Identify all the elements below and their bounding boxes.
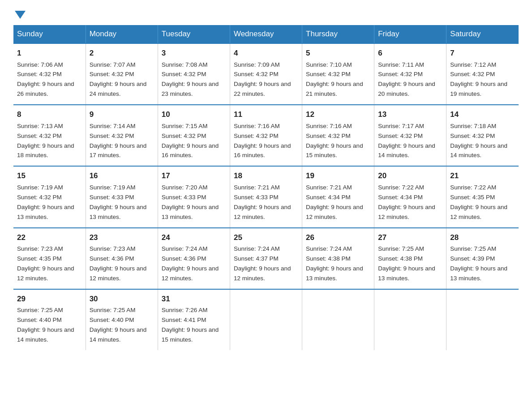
day-info: Sunrise: 7:24 AMSunset: 4:37 PMDaylight:… (234, 245, 291, 282)
day-number: 13 (378, 109, 442, 120)
calendar-cell (446, 289, 519, 350)
calendar-cell: 17 Sunrise: 7:20 AMSunset: 4:33 PMDaylig… (158, 166, 230, 227)
calendar-week-row: 29 Sunrise: 7:25 AMSunset: 4:40 PMDaylig… (13, 289, 519, 350)
calendar-cell: 8 Sunrise: 7:13 AMSunset: 4:32 PMDayligh… (13, 105, 86, 166)
logo (13, 9, 26, 17)
calendar-cell: 27 Sunrise: 7:25 AMSunset: 4:38 PMDaylig… (374, 228, 446, 289)
calendar-cell: 16 Sunrise: 7:19 AMSunset: 4:33 PMDaylig… (86, 166, 158, 227)
calendar-week-row: 15 Sunrise: 7:19 AMSunset: 4:32 PMDaylig… (13, 166, 519, 227)
day-info: Sunrise: 7:09 AMSunset: 4:32 PMDaylight:… (234, 61, 291, 98)
day-header-thursday: Thursday (302, 25, 374, 43)
calendar-cell (302, 289, 374, 350)
day-number: 15 (17, 170, 82, 182)
day-info: Sunrise: 7:23 AMSunset: 4:35 PMDaylight:… (17, 245, 74, 282)
calendar-cell: 29 Sunrise: 7:25 AMSunset: 4:40 PMDaylig… (13, 289, 86, 350)
day-info: Sunrise: 7:13 AMSunset: 4:32 PMDaylight:… (17, 123, 74, 159)
day-number: 27 (378, 232, 442, 244)
day-info: Sunrise: 7:26 AMSunset: 4:41 PMDaylight:… (162, 307, 219, 343)
day-info: Sunrise: 7:06 AMSunset: 4:32 PMDaylight:… (17, 61, 74, 98)
calendar-cell: 20 Sunrise: 7:22 AMSunset: 4:34 PMDaylig… (374, 166, 446, 227)
day-header-saturday: Saturday (446, 25, 519, 43)
day-number: 19 (306, 170, 370, 182)
calendar-cell: 12 Sunrise: 7:16 AMSunset: 4:32 PMDaylig… (302, 105, 374, 166)
day-number: 10 (162, 109, 226, 120)
day-header-friday: Friday (374, 25, 446, 43)
day-number: 1 (17, 47, 82, 59)
calendar-cell: 30 Sunrise: 7:25 AMSunset: 4:40 PMDaylig… (86, 289, 158, 350)
logo-arrow-icon (15, 11, 26, 19)
calendar-header-row: SundayMondayTuesdayWednesdayThursdayFrid… (13, 25, 519, 43)
calendar-cell (230, 289, 302, 350)
day-header-sunday: Sunday (13, 25, 86, 43)
calendar-cell: 24 Sunrise: 7:24 AMSunset: 4:36 PMDaylig… (158, 228, 230, 289)
calendar-cell: 10 Sunrise: 7:15 AMSunset: 4:32 PMDaylig… (158, 105, 230, 166)
day-number: 25 (234, 232, 298, 244)
day-number: 24 (162, 232, 226, 244)
calendar-cell: 3 Sunrise: 7:08 AMSunset: 4:32 PMDayligh… (158, 43, 230, 105)
calendar-cell: 15 Sunrise: 7:19 AMSunset: 4:32 PMDaylig… (13, 166, 86, 227)
day-info: Sunrise: 7:24 AMSunset: 4:38 PMDaylight:… (306, 245, 363, 282)
day-number: 26 (306, 232, 370, 244)
day-info: Sunrise: 7:22 AMSunset: 4:35 PMDaylight:… (450, 184, 507, 220)
calendar-cell (374, 289, 446, 350)
page-header (13, 9, 519, 17)
day-number: 14 (450, 109, 515, 120)
day-info: Sunrise: 7:18 AMSunset: 4:32 PMDaylight:… (450, 123, 507, 159)
day-number: 16 (90, 170, 154, 182)
calendar-cell: 26 Sunrise: 7:24 AMSunset: 4:38 PMDaylig… (302, 228, 374, 289)
day-info: Sunrise: 7:22 AMSunset: 4:34 PMDaylight:… (378, 184, 435, 220)
calendar-cell: 14 Sunrise: 7:18 AMSunset: 4:32 PMDaylig… (446, 105, 519, 166)
day-info: Sunrise: 7:14 AMSunset: 4:32 PMDaylight:… (90, 123, 147, 159)
day-number: 31 (162, 293, 226, 305)
day-number: 29 (17, 293, 82, 305)
day-number: 28 (450, 232, 515, 244)
calendar-cell: 31 Sunrise: 7:26 AMSunset: 4:41 PMDaylig… (158, 289, 230, 350)
day-info: Sunrise: 7:16 AMSunset: 4:32 PMDaylight:… (306, 123, 363, 159)
day-number: 18 (234, 170, 298, 182)
calendar-cell: 22 Sunrise: 7:23 AMSunset: 4:35 PMDaylig… (13, 228, 86, 289)
day-info: Sunrise: 7:08 AMSunset: 4:32 PMDaylight:… (162, 61, 219, 98)
day-number: 23 (90, 232, 154, 244)
calendar-table: SundayMondayTuesdayWednesdayThursdayFrid… (13, 25, 519, 350)
day-number: 6 (378, 47, 442, 59)
day-info: Sunrise: 7:25 AMSunset: 4:40 PMDaylight:… (17, 307, 74, 343)
day-header-tuesday: Tuesday (158, 25, 230, 43)
calendar-cell: 1 Sunrise: 7:06 AMSunset: 4:32 PMDayligh… (13, 43, 86, 105)
day-info: Sunrise: 7:19 AMSunset: 4:33 PMDaylight:… (90, 184, 147, 220)
day-number: 21 (450, 170, 515, 182)
calendar-week-row: 8 Sunrise: 7:13 AMSunset: 4:32 PMDayligh… (13, 105, 519, 166)
day-info: Sunrise: 7:12 AMSunset: 4:32 PMDaylight:… (450, 61, 507, 98)
calendar-cell: 6 Sunrise: 7:11 AMSunset: 4:32 PMDayligh… (374, 43, 446, 105)
day-info: Sunrise: 7:25 AMSunset: 4:40 PMDaylight:… (90, 307, 147, 343)
day-info: Sunrise: 7:16 AMSunset: 4:32 PMDaylight:… (234, 123, 291, 159)
calendar-cell: 18 Sunrise: 7:21 AMSunset: 4:33 PMDaylig… (230, 166, 302, 227)
day-info: Sunrise: 7:23 AMSunset: 4:36 PMDaylight:… (90, 245, 147, 282)
day-number: 8 (17, 109, 82, 120)
day-info: Sunrise: 7:19 AMSunset: 4:32 PMDaylight:… (17, 184, 74, 220)
day-number: 9 (90, 109, 154, 120)
calendar-cell: 7 Sunrise: 7:12 AMSunset: 4:32 PMDayligh… (446, 43, 519, 105)
calendar-cell: 2 Sunrise: 7:07 AMSunset: 4:32 PMDayligh… (86, 43, 158, 105)
calendar-cell: 5 Sunrise: 7:10 AMSunset: 4:32 PMDayligh… (302, 43, 374, 105)
calendar-week-row: 22 Sunrise: 7:23 AMSunset: 4:35 PMDaylig… (13, 228, 519, 289)
calendar-cell: 11 Sunrise: 7:16 AMSunset: 4:32 PMDaylig… (230, 105, 302, 166)
calendar-cell: 25 Sunrise: 7:24 AMSunset: 4:37 PMDaylig… (230, 228, 302, 289)
day-info: Sunrise: 7:24 AMSunset: 4:36 PMDaylight:… (162, 245, 219, 282)
calendar-cell: 9 Sunrise: 7:14 AMSunset: 4:32 PMDayligh… (86, 105, 158, 166)
logo-general (13, 9, 26, 19)
day-info: Sunrise: 7:15 AMSunset: 4:32 PMDaylight:… (162, 123, 219, 159)
day-header-monday: Monday (86, 25, 158, 43)
calendar-cell: 28 Sunrise: 7:25 AMSunset: 4:39 PMDaylig… (446, 228, 519, 289)
calendar-week-row: 1 Sunrise: 7:06 AMSunset: 4:32 PMDayligh… (13, 43, 519, 105)
day-info: Sunrise: 7:21 AMSunset: 4:34 PMDaylight:… (306, 184, 363, 220)
calendar-cell: 4 Sunrise: 7:09 AMSunset: 4:32 PMDayligh… (230, 43, 302, 105)
day-number: 17 (162, 170, 226, 182)
day-info: Sunrise: 7:20 AMSunset: 4:33 PMDaylight:… (162, 184, 219, 220)
day-number: 7 (450, 47, 515, 59)
day-info: Sunrise: 7:07 AMSunset: 4:32 PMDaylight:… (90, 61, 147, 98)
day-number: 12 (306, 109, 370, 120)
calendar-cell: 19 Sunrise: 7:21 AMSunset: 4:34 PMDaylig… (302, 166, 374, 227)
day-number: 11 (234, 109, 298, 120)
day-number: 30 (90, 293, 154, 305)
calendar-cell: 21 Sunrise: 7:22 AMSunset: 4:35 PMDaylig… (446, 166, 519, 227)
